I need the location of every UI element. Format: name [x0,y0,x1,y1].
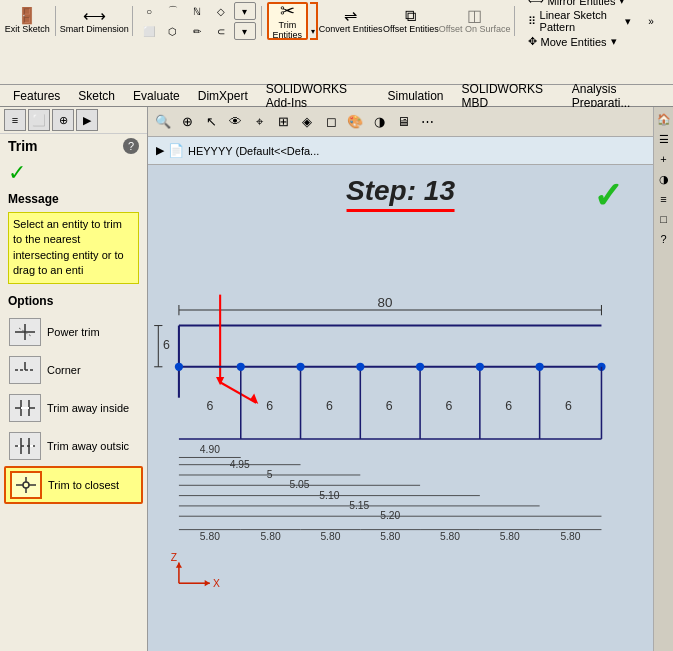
sketch-svg: 80 6 [148,165,653,651]
sidebar-question-btn[interactable]: ? [656,231,672,247]
tree-expand-arrow[interactable]: ▶ [156,144,164,157]
toolbar-overflow-button[interactable]: » [633,3,669,39]
svg-text:5: 5 [267,469,273,480]
offset-entities-button[interactable]: ⧉ Offset Entities [383,3,438,39]
exit-sketch-button[interactable]: 🚪 Exit Sketch [4,3,50,39]
offset-entities-label: Offset Entities [383,24,439,34]
offset-on-surface-icon: ◫ [467,8,482,24]
tool-b4[interactable]: ⊂ [210,22,232,40]
canvas-view-btn[interactable]: 👁 [224,111,246,133]
offset-on-surface-button[interactable]: ◫ Offset On Surface [441,3,509,39]
move-entities-button[interactable]: ✥ Move Entities ▾ [528,35,631,48]
accept-checkmark[interactable]: ✓ [8,160,26,186]
tool-group-1: ○ ⌒ ℕ ◇ ▾ ⬜ ⬡ ✏ ⊂ ▾ [138,2,256,40]
canvas-zoom-btn[interactable]: ⊕ [176,111,198,133]
list-icon: ☰ [659,133,669,146]
convert-entities-button[interactable]: ⇌ Convert Entities [320,3,381,39]
power-trim-label: Power trim [47,326,100,338]
message-text: Select an entity to trim to the nearest … [13,218,124,276]
panel-title: Trim [8,138,38,154]
tool-b3[interactable]: ✏ [186,22,208,40]
svg-text:5.80: 5.80 [440,531,460,542]
corner-icon [9,356,41,384]
tool-dropdown-a[interactable]: ▾ [234,2,256,20]
tree-area: ▶ 📄 HEYYYY (Default<<Defa... [148,137,653,165]
svg-text:6: 6 [206,399,213,413]
svg-text:5.10: 5.10 [319,490,339,501]
linear-sketch-button[interactable]: ⠿ Linear Sketch Pattern ▾ [528,9,631,33]
canvas-section-btn[interactable]: ◈ [296,111,318,133]
trim-entities-button[interactable]: ✂ TrimEntities [267,2,308,40]
mirror-label: Mirror Entities [548,0,616,7]
convert-entities-label: Convert Entities [319,24,383,34]
canvas-cursor-btn[interactable]: ↖ [200,111,222,133]
tool-dropdown-b[interactable]: ▾ [234,22,256,40]
panel-tab-2[interactable]: ⬜ [28,109,50,131]
exit-sketch-icon: 🚪 [17,8,37,24]
drawing-area[interactable]: Step: 13 ✓ 80 6 [148,165,653,651]
trim-away-inside-label: Trim away inside [47,402,129,414]
sidebar-square-btn[interactable]: □ [656,211,672,227]
svg-text:6: 6 [505,399,512,413]
smart-dimension-label: Smart Dimension [60,24,129,34]
tool-a4[interactable]: ◇ [210,2,232,20]
separator1 [55,6,56,36]
tool-b1-icon: ⬜ [143,26,155,37]
blue-dot-left [175,363,183,371]
corner-label: Corner [47,364,81,376]
dim-6-label: 6 [163,338,170,352]
menu-simulation[interactable]: Simulation [379,86,453,106]
canvas-grid-btn[interactable]: ⊞ [272,111,294,133]
linear-label: Linear Sketch Pattern [540,9,621,33]
svg-text:6: 6 [446,399,453,413]
menu-sketch[interactable]: Sketch [69,86,124,106]
menu-features[interactable]: Features [4,86,69,106]
panel-tab-3[interactable]: ⊕ [52,109,74,131]
svg-point-32 [296,363,304,371]
smart-dimension-button[interactable]: ⟷ Smart Dimension [61,3,127,39]
corner-option[interactable]: Corner [4,352,143,388]
linear-chevron-icon: ▾ [625,15,631,28]
tool-a1[interactable]: ○ [138,2,160,20]
canvas-search-btn[interactable]: 🔍 [152,111,174,133]
separator3 [261,6,262,36]
sidebar-list-btn[interactable]: ☰ [656,131,672,147]
svg-text:6: 6 [386,399,393,413]
canvas-monitor-btn[interactable]: 🖥 [392,111,414,133]
power-trim-option[interactable]: Power trim [4,314,143,350]
trim-dropdown[interactable]: ▾ [310,2,318,40]
canvas-snap-btn[interactable]: ⌖ [248,111,270,133]
canvas-color-btn[interactable]: 🎨 [344,111,366,133]
panel-help-button[interactable]: ? [123,138,139,154]
panel-tab-properties[interactable]: ≡ [4,109,26,131]
canvas-3d-btn[interactable]: ◻ [320,111,342,133]
tool-row-b: ⬜ ⬡ ✏ ⊂ ▾ [138,22,256,40]
sidebar-magnify-btn[interactable]: + [656,151,672,167]
sidebar-lines-btn[interactable]: ≡ [656,191,672,207]
panel-header: Trim ? [0,134,147,158]
mirror-icon: ⟺ [528,0,544,7]
tool-b2[interactable]: ⬡ [162,22,184,40]
trim-to-closest-icon [10,471,42,499]
menu-dimxpert[interactable]: DimXpert [189,86,257,106]
grid-icon: ⊞ [278,114,289,129]
question-icon: ? [660,233,666,245]
tree-icon: 📄 [168,143,184,158]
sidebar-home-btn[interactable]: 🏠 [656,111,672,127]
svg-text:X: X [213,578,220,589]
tool-a3[interactable]: ℕ [186,2,208,20]
trim-away-inside-option[interactable]: Trim away inside [4,390,143,426]
canvas-more-btn[interactable]: ⋯ [416,111,438,133]
panel-tab-4[interactable]: ▶ [76,109,98,131]
move-label: Move Entities [541,36,607,48]
tool-a2[interactable]: ⌒ [162,2,184,20]
trim-to-closest-label: Trim to closest [48,479,119,491]
sidebar-color-btn[interactable]: ◑ [656,171,672,187]
svg-text:5.20: 5.20 [380,510,400,521]
trim-away-outside-option[interactable]: Trim away outsic [4,428,143,464]
menu-evaluate[interactable]: Evaluate [124,86,189,106]
mirror-entities-button[interactable]: ⟺ Mirror Entities ▾ [528,0,631,7]
trim-to-closest-option[interactable]: Trim to closest [4,466,143,504]
tool-b1[interactable]: ⬜ [138,22,160,40]
canvas-render-btn[interactable]: ◑ [368,111,390,133]
